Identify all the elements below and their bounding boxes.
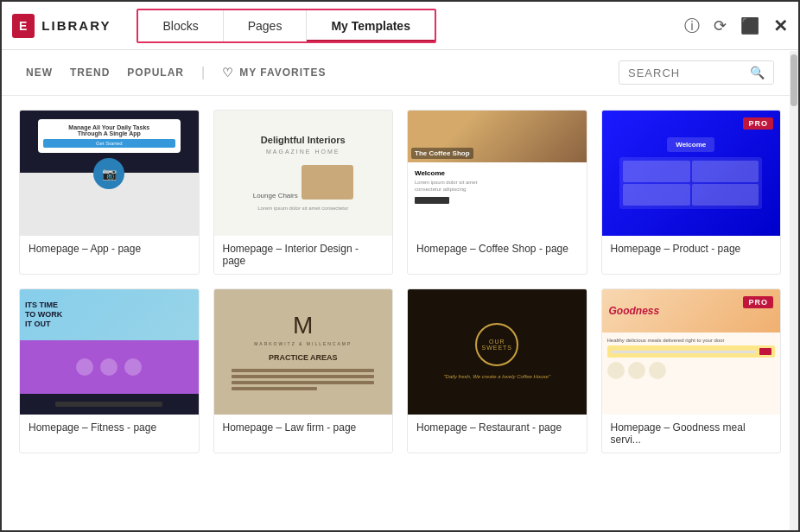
close-icon[interactable]: ✕ [773, 16, 788, 36]
card-label-app: Homepage – App - page [20, 236, 199, 262]
law-firm-name: MARKOWITZ & MILLENCAMP [254, 341, 352, 346]
card-label-goodness: Homepage – Goodness meal servi... [602, 415, 781, 453]
goodness-icon-3 [649, 362, 666, 379]
card-interior[interactable]: Delightful Interiors MAGAZINE HOME Loung… [213, 110, 394, 275]
coffee-shop-label: The Coffee Shop [411, 148, 473, 159]
interior-img-mock [302, 165, 353, 200]
coffee-bottom: Welcome Lorem ipsum dolor sit ametconsec… [408, 162, 587, 211]
fitness-featured [55, 402, 162, 407]
product-cell-2 [692, 161, 759, 182]
law-practice: PRACTICE AREAS [269, 353, 338, 362]
filter-trend[interactable]: TREND [70, 66, 110, 79]
card-fitness[interactable]: ITS TIMETO WORKIT OUT Homepage – Fitness… [19, 288, 200, 453]
filter-bar: NEW TREND POPULAR | ♡ MY FAVORITES 🔍 [2, 50, 798, 96]
goodness-brand: Goodness [609, 305, 660, 317]
card-product[interactable]: PRO Welcome Homepage – Product - page [601, 110, 782, 275]
law-letter-m: M [293, 314, 313, 338]
fitness-circle-2 [100, 358, 117, 376]
interior-title-mock: Delightful Interiors [261, 135, 346, 145]
restaurant-text: OURSWEETS [481, 339, 512, 351]
pro-badge-goodness: PRO [743, 296, 773, 308]
library-title: LIBRARY [41, 18, 111, 33]
filter-popular[interactable]: POPULAR [127, 66, 184, 79]
card-goodness[interactable]: PRO Goodness Healthy delicious meals del… [601, 288, 782, 453]
goodness-tagline: Healthy delicious meals delivered right … [607, 338, 776, 343]
filter-separator: | [201, 65, 205, 80]
app-thumb-inner: Manage All Your Daily TasksThrough A Sin… [38, 119, 181, 153]
card-thumb-app: Manage All Your Daily TasksThrough A Sin… [20, 111, 199, 236]
scrollbar-area[interactable] [790, 51, 798, 530]
product-grid-mock [619, 157, 762, 209]
card-label-interior: Homepage – Interior Design - page [214, 236, 393, 274]
goodness-icons-row [607, 362, 776, 379]
goodness-btn [759, 348, 771, 355]
pro-badge-product: PRO [743, 117, 773, 130]
coffee-desc: Lorem ipsum dolor sit ametconsectetur ad… [415, 180, 580, 193]
law-area-3 [232, 381, 374, 384]
tab-pages[interactable]: Pages [224, 10, 308, 41]
search-icon: 🔍 [750, 66, 765, 79]
card-label-coffee: Homepage – Coffee Shop - page [408, 236, 587, 262]
filter-favorites[interactable]: ♡ MY FAVORITES [222, 66, 326, 79]
tab-blocks[interactable]: Blocks [138, 10, 223, 41]
goodness-icon-2 [628, 362, 645, 379]
search-box[interactable]: 🔍 [619, 60, 774, 85]
goodness-bar-fill [611, 351, 757, 353]
card-app[interactable]: Manage All Your Daily TasksThrough A Sin… [19, 110, 200, 275]
interior-sub-mock: MAGAZINE HOME [266, 149, 340, 155]
goodness-icon-1 [607, 362, 625, 379]
fitness-dark-bar [20, 394, 199, 415]
grid-container: Manage All Your Daily TasksThrough A Sin… [2, 96, 798, 530]
card-label-product: Homepage – Product - page [602, 236, 781, 262]
tabs-wrapper: Blocks Pages My Templates [137, 9, 435, 43]
law-area-2 [232, 375, 374, 378]
app-camera-mock: 📷 [93, 158, 124, 189]
refresh-icon[interactable]: ⟳ [714, 16, 727, 35]
fitness-text: ITS TIMETO WORKIT OUT [25, 301, 62, 328]
card-label-restaurant: Homepage – Restaurant - page [408, 415, 587, 440]
product-cell-4 [692, 184, 759, 206]
interior-lounge-text: Lounge Chairs [253, 192, 298, 200]
law-area-1 [232, 369, 374, 372]
fitness-bottom [20, 340, 199, 393]
product-cell-1 [623, 161, 690, 182]
restaurant-tagline: "Daily fresh, We create a lovely Coffee … [443, 373, 550, 380]
card-law[interactable]: M MARKOWITZ & MILLENCAMP PRACTICE AREAS … [213, 288, 394, 453]
interior-lounge-area: Lounge Chairs [253, 160, 353, 200]
card-coffee[interactable]: PRO The Coffee Shop Welcome Lorem ipsum … [407, 110, 587, 275]
card-thumb-product: PRO Welcome [602, 111, 781, 236]
coffee-top-img: The Coffee Shop [408, 111, 587, 162]
product-cell-3 [623, 184, 690, 206]
card-thumb-fitness: ITS TIMETO WORKIT OUT [20, 289, 199, 415]
product-welcome-mock: Welcome [667, 137, 714, 152]
card-grid: Manage All Your Daily TasksThrough A Sin… [19, 110, 781, 453]
goodness-search-bar [607, 345, 776, 358]
card-thumb-coffee: PRO The Coffee Shop Welcome Lorem ipsum … [408, 111, 587, 236]
coffee-cta-mock [415, 197, 449, 204]
heart-icon: ♡ [222, 66, 234, 79]
law-area-4 [232, 387, 317, 390]
law-areas-list [232, 369, 374, 390]
info-icon[interactable]: ⓘ [684, 16, 700, 36]
favorites-label: MY FAVORITES [239, 66, 326, 79]
fitness-circle-1 [76, 358, 93, 376]
app-btn-mock: Get Started [43, 139, 175, 148]
save-icon[interactable]: ⬛ [740, 16, 759, 35]
logo-box: E [12, 14, 35, 38]
library-modal: E LIBRARY Blocks Pages My Templates ⓘ ⟳ … [0, 0, 800, 532]
restaurant-circle: OURSWEETS [475, 323, 518, 366]
fitness-circle-3 [124, 358, 142, 376]
card-thumb-restaurant: OURSWEETS "Daily fresh, We create a love… [408, 289, 587, 415]
interior-desc-mock: Lorem ipsum dolor sit amet consectetur [257, 205, 348, 212]
search-input[interactable] [628, 66, 750, 79]
card-thumb-interior: Delightful Interiors MAGAZINE HOME Loung… [214, 111, 393, 236]
header-icons: ⓘ ⟳ ⬛ ✕ [684, 16, 788, 36]
scrollbar-thumb [790, 54, 797, 106]
card-label-law: Homepage – Law firm - page [214, 415, 393, 440]
coffee-welcome: Welcome [415, 169, 580, 177]
card-restaurant[interactable]: OURSWEETS "Daily fresh, We create a love… [407, 288, 587, 453]
filter-new[interactable]: NEW [26, 66, 53, 79]
fitness-top: ITS TIMETO WORKIT OUT [20, 289, 199, 340]
tab-my-templates[interactable]: My Templates [307, 10, 435, 41]
card-thumb-goodness: PRO Goodness Healthy delicious meals del… [602, 289, 781, 415]
